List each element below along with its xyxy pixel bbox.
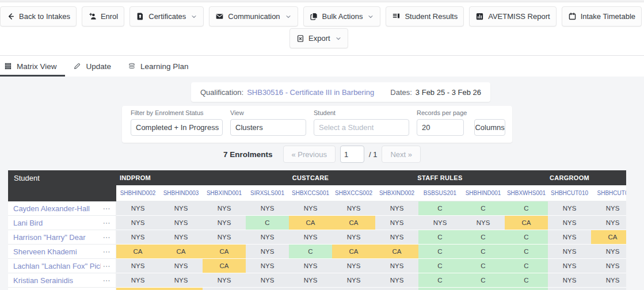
student-select[interactable]: Select a Student [314,119,409,136]
result-cell-ca[interactable]: CA [591,230,626,245]
result-cell-nys[interactable]: NYS [159,230,203,245]
result-cell-nys[interactable]: NYS [332,288,375,290]
result-cell-nys[interactable]: NYS [203,288,246,290]
result-cell-c[interactable]: C [505,230,548,245]
result-cell-c[interactable]: C [418,201,462,216]
result-cell-c[interactable]: C [505,201,548,216]
result-cell-nys[interactable]: NYS [116,230,159,245]
enrolment-status-select[interactable]: Completed + In Progress [131,119,223,136]
result-cell-c[interactable]: C [505,288,548,290]
result-cell-nys[interactable]: NYS [159,201,203,216]
result-cell-nys[interactable]: NYS [548,288,591,290]
result-cell-nys[interactable]: NYS [289,273,332,288]
unit-code-shbhind003[interactable]: SHBHIND003 [159,185,203,201]
result-cell-nys[interactable]: NYS [203,273,246,288]
page-number-select[interactable]: 1 [340,146,364,163]
result-cell-ca[interactable]: CA [159,288,203,290]
result-cell-nys[interactable]: NYS [246,245,289,259]
result-cell-nys[interactable]: NYS [289,259,332,273]
student-name-link[interactable]: Sherveen Khademi [13,247,77,256]
row-menu-icon[interactable]: ⋯ [103,262,112,270]
result-cell-ca[interactable]: CA [159,245,203,259]
result-cell-nys[interactable]: NYS [203,230,246,245]
qualification-link[interactable]: SHB30516 - Certificate III in Barbering [247,88,374,97]
result-cell-nys[interactable]: NYS [203,216,246,230]
result-cell-nys[interactable]: NYS [548,245,591,259]
unit-code-shbxccs002[interactable]: SHBXCCS002 [332,185,375,201]
unit-code-shbxind001[interactable]: SHBXIND001 [203,185,246,201]
result-cell-nys[interactable]: NYS [116,259,159,273]
result-cell-ca[interactable]: CA [375,245,418,259]
student-name-link[interactable]: Lani Bird [13,219,43,227]
unit-code-shbxwhs001[interactable]: SHBXWHS001 [505,185,548,201]
result-cell-c[interactable]: C [505,245,548,259]
result-cell-c[interactable]: C [505,273,548,288]
result-cell-ca[interactable]: CA [203,245,246,259]
toolbar-button-enrol[interactable]: Enrol [82,6,124,26]
row-menu-icon[interactable]: ⋯ [103,219,112,227]
row-menu-icon[interactable]: ⋯ [103,276,112,285]
previous-page-button[interactable]: « Previous [283,146,336,163]
result-cell-nys[interactable]: NYS [289,230,332,245]
result-cell-nys[interactable]: NYS [375,230,418,245]
toolbar-button-export[interactable]: Export [289,28,348,48]
result-cell-c[interactable]: C [418,273,462,288]
unit-code-shbhind002[interactable]: SHBHIND002 [116,185,159,201]
result-cell-nys[interactable]: NYS [591,245,626,259]
result-cell-c[interactable]: C [505,259,548,273]
result-cell-nys[interactable]: NYS [289,201,332,216]
result-cell-c[interactable]: C [418,259,462,273]
result-cell-c[interactable]: C [246,216,289,230]
unit-code-shbhcut0[interactable]: SHBHCUT0 [591,185,626,201]
toolbar-button-certificates[interactable]: Certificates [129,6,204,26]
result-cell-c[interactable]: C [462,259,505,273]
columns-button[interactable]: Columns [474,119,505,136]
toolbar-button-bulk-actions[interactable]: Bulk Actions [303,6,381,26]
result-cell-nys[interactable]: NYS [375,288,418,290]
result-cell-ca[interactable]: CA [289,216,332,230]
result-cell-ca[interactable]: CA [332,216,375,230]
result-cell-ca[interactable]: CA [116,245,159,259]
result-cell-nys[interactable]: NYS [159,216,203,230]
result-cell-nys[interactable]: NYS [289,288,332,290]
result-cell-nys[interactable]: NYS [591,201,626,216]
result-cell-nys[interactable]: NYS [332,259,375,273]
result-cell-nys[interactable]: NYS [548,273,591,288]
result-cell-ca[interactable]: CA [203,259,246,273]
result-cell-c[interactable]: C [462,288,505,290]
row-menu-icon[interactable]: ⋯ [103,247,112,256]
unit-code-sirxsls001[interactable]: SIRXSLS001 [246,185,289,201]
unit-code-bsbsus201[interactable]: BSBSUS201 [418,185,462,201]
result-cell-nys[interactable]: NYS [116,273,159,288]
toolbar-button-intake-timetable[interactable]: Intake Timetable [562,6,642,26]
result-cell-ca[interactable]: CA [505,216,548,230]
tab-matrix-view[interactable]: Matrix View [0,56,65,77]
result-cell-nys[interactable]: NYS [548,201,591,216]
result-cell-nys[interactable]: NYS [591,259,626,273]
result-cell-ca[interactable]: CA [116,288,159,290]
row-menu-icon[interactable]: ⋯ [103,204,112,213]
result-cell-nys[interactable]: NYS [116,216,159,230]
row-menu-icon[interactable]: ⋯ [103,233,112,242]
result-cell-nys[interactable]: NYS [116,201,159,216]
result-cell-nys[interactable]: NYS [332,273,375,288]
result-cell-nys[interactable]: NYS [375,259,418,273]
result-cell-ca[interactable]: CA [332,245,375,259]
result-cell-nys[interactable]: NYS [375,201,418,216]
result-cell-nys[interactable]: NYS [591,273,626,288]
result-cell-nys[interactable]: NYS [591,288,626,290]
result-cell-nys[interactable]: NYS [203,201,246,216]
student-name-link[interactable]: Kristian Serainidis [13,276,73,285]
student-name-link[interactable]: Lachlan "Lachlan Fox" Picke [13,262,101,270]
unit-code-shbxccs001[interactable]: SHBXCCS001 [289,185,332,201]
result-cell-nys[interactable]: NYS [246,230,289,245]
unit-code-shbhcut010[interactable]: SHBHCUT010 [548,185,591,201]
result-cell-c[interactable]: C [462,230,505,245]
tab-learning-plan[interactable]: Learning Plan [119,56,196,77]
result-cell-nys[interactable]: NYS [462,216,505,230]
result-cell-nys[interactable]: NYS [548,230,591,245]
student-name-link[interactable]: Cayden Alexander-Hall [13,204,90,213]
next-page-button[interactable]: Next » [382,146,421,163]
view-select[interactable]: Clusters [230,119,306,136]
result-cell-nys[interactable]: NYS [246,288,289,290]
